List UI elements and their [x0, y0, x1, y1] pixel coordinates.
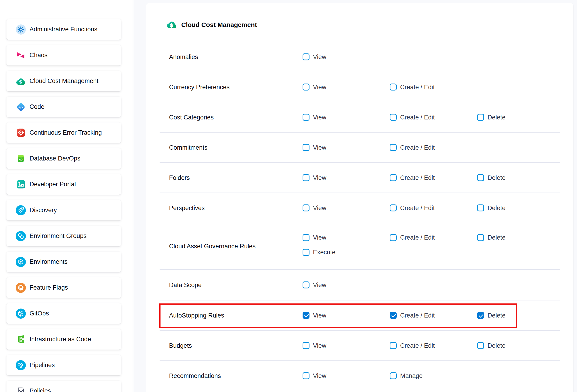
sidebar-item-developer-portal[interactable]: Developer Portal [6, 174, 121, 195]
sidebar-item-label: Cloud Cost Management [30, 77, 99, 85]
permission-create-edit-budgets[interactable]: Create / Edit [390, 342, 435, 349]
checkbox-view[interactable] [303, 114, 310, 121]
permission-create-edit-currency-preferences[interactable]: Create / Edit [390, 83, 435, 91]
checkbox-view[interactable] [303, 342, 310, 349]
permission-row-recommendations: RecommendationsViewManage [160, 361, 560, 391]
checkbox-execute[interactable] [303, 249, 310, 256]
sidebar-item-administrative-functions[interactable]: Administrative Functions [6, 19, 121, 40]
checkbox-create-edit[interactable] [390, 144, 397, 151]
permission-execute-cloud-asset-governance-rules[interactable]: Execute [303, 249, 335, 256]
sidebar-item-infrastructure-as-code[interactable]: Infrastructure as Code [6, 329, 121, 350]
permission-view-folders[interactable]: View [303, 174, 326, 181]
sidebar-item-policies[interactable]: Policies [6, 381, 121, 392]
checkbox-check-icon [16, 386, 26, 392]
sidebar-item-continuous-error-tracking[interactable]: Continuous Error Tracking [6, 122, 121, 143]
checkbox-view[interactable] [303, 53, 310, 60]
code-icon: </> [16, 102, 26, 112]
checkbox-view[interactable] [303, 144, 310, 151]
permission-create-edit-perspectives[interactable]: Create / Edit [390, 204, 435, 212]
permission-view-perspectives[interactable]: View [303, 204, 326, 212]
checkbox-view[interactable] [303, 234, 310, 241]
checkbox-delete[interactable] [477, 174, 484, 181]
svg-text:$: $ [19, 79, 22, 85]
checkbox-label: View [313, 204, 326, 212]
checkbox-label: Delete [488, 342, 505, 349]
checkbox-delete[interactable] [477, 342, 484, 349]
sidebar-item-chaos[interactable]: Chaos [6, 45, 121, 66]
checkbox-view[interactable] [303, 174, 310, 181]
permission-delete-budgets[interactable]: Delete [477, 342, 505, 349]
permission-view-anomalies[interactable]: View [303, 53, 326, 60]
checkbox-create-edit[interactable] [390, 205, 397, 212]
permissions-page: Administrative Functions Chaos $Cloud Co… [0, 0, 577, 392]
checkbox-delete[interactable] [477, 234, 484, 241]
sidebar-item-label: Environments [30, 258, 68, 265]
sidebar-item-pipelines[interactable]: Pipelines [6, 355, 121, 375]
sidebar-item-feature-flags[interactable]: Feature Flags [6, 277, 121, 298]
sidebar-item-discovery[interactable]: Discovery [6, 200, 121, 220]
sidebar-item-label: Code [30, 103, 44, 110]
permission-row-currency-preferences: Currency PreferencesViewCreate / Edit [160, 72, 560, 102]
permission-create-edit-commitments[interactable]: Create / Edit [390, 144, 435, 151]
checkbox-delete[interactable] [477, 114, 484, 121]
cloud-dollar-icon: $ [166, 20, 177, 30]
checkbox-view-checked[interactable] [303, 312, 310, 319]
permission-view-budgets[interactable]: View [303, 342, 326, 349]
cube-icon [16, 257, 26, 267]
checkbox-create-edit-checked[interactable] [390, 312, 397, 319]
checkbox-create-edit[interactable] [390, 84, 397, 91]
permission-view-cloud-asset-governance-rules[interactable]: View [303, 234, 326, 241]
sidebar-item-label: Infrastructure as Code [30, 336, 91, 343]
permission-delete-folders[interactable]: Delete [477, 174, 505, 181]
checkbox-view[interactable] [303, 84, 310, 91]
permission-create-edit-folders[interactable]: Create / Edit [390, 174, 435, 181]
sidebar-item-environments[interactable]: Environments [6, 251, 121, 272]
sidebar-item-environment-groups[interactable]: Environment Groups [6, 226, 121, 246]
resource-label: Perspectives [169, 204, 205, 212]
checkbox-label: Create / Edit [400, 83, 435, 91]
permission-row-commitments: CommitmentsViewCreate / Edit [160, 133, 560, 163]
permission-view-recommendations[interactable]: View [303, 372, 326, 379]
checkbox-label: View [313, 312, 326, 319]
permission-delete-autostopping-rules[interactable]: Delete [477, 312, 505, 319]
sidebar-item-label: Continuous Error Tracking [30, 129, 102, 136]
sidebar-item-gitops[interactable]: GitOps [6, 303, 121, 324]
checkbox-delete[interactable] [477, 205, 484, 212]
permission-manage-recommendations[interactable]: Manage [390, 372, 423, 379]
permission-view-currency-preferences[interactable]: View [303, 83, 326, 91]
cloud-dollar-icon: $ [16, 76, 26, 86]
checkbox-create-edit[interactable] [390, 234, 397, 241]
permission-view-commitments[interactable]: View [303, 144, 326, 151]
permission-create-edit-cost-categories[interactable]: Create / Edit [390, 114, 435, 121]
checkbox-label: Execute [313, 249, 335, 256]
permission-delete-cost-categories[interactable]: Delete [477, 114, 505, 121]
sidebar-item-database-devops[interactable]: ∞Database DevOps [6, 148, 121, 169]
database-infinity-icon: ∞ [16, 154, 26, 164]
hexagon-search-icon [16, 205, 26, 215]
checkbox-create-edit[interactable] [390, 342, 397, 349]
svg-text:$: $ [170, 22, 173, 28]
sidebar-item-label: Environment Groups [30, 232, 87, 240]
permission-delete-perspectives[interactable]: Delete [477, 204, 505, 212]
permission-view-data-scope[interactable]: View [303, 281, 326, 288]
checkbox-view[interactable] [303, 372, 310, 379]
checkbox-create-edit[interactable] [390, 114, 397, 121]
sidebar-item-cloud-cost-management[interactable]: $Cloud Cost Management [6, 71, 121, 91]
resource-label: Currency Preferences [169, 83, 230, 91]
permission-row-autostopping-rules: AutoStopping RulesViewCreate / EditDelet… [160, 300, 560, 331]
resource-label: Cloud Asset Governance Rules [169, 243, 255, 250]
checkbox-label: Delete [488, 312, 505, 319]
sidebar-item-code[interactable]: </>Code [6, 97, 121, 117]
permission-view-autostopping-rules[interactable]: View [303, 312, 326, 319]
permission-create-edit-autostopping-rules[interactable]: Create / Edit [390, 312, 435, 319]
checkbox-label: Delete [488, 114, 505, 121]
checkbox-view[interactable] [303, 282, 310, 288]
permission-delete-cloud-asset-governance-rules[interactable]: Delete [477, 234, 505, 241]
sidebar-item-label: Pipelines [30, 361, 55, 369]
checkbox-delete-checked[interactable] [477, 312, 484, 319]
checkbox-create-edit[interactable] [390, 174, 397, 181]
checkbox-manage[interactable] [390, 372, 397, 379]
checkbox-view[interactable] [303, 205, 310, 212]
permission-view-cost-categories[interactable]: View [303, 114, 326, 121]
permission-create-edit-cloud-asset-governance-rules[interactable]: Create / Edit [390, 234, 435, 241]
